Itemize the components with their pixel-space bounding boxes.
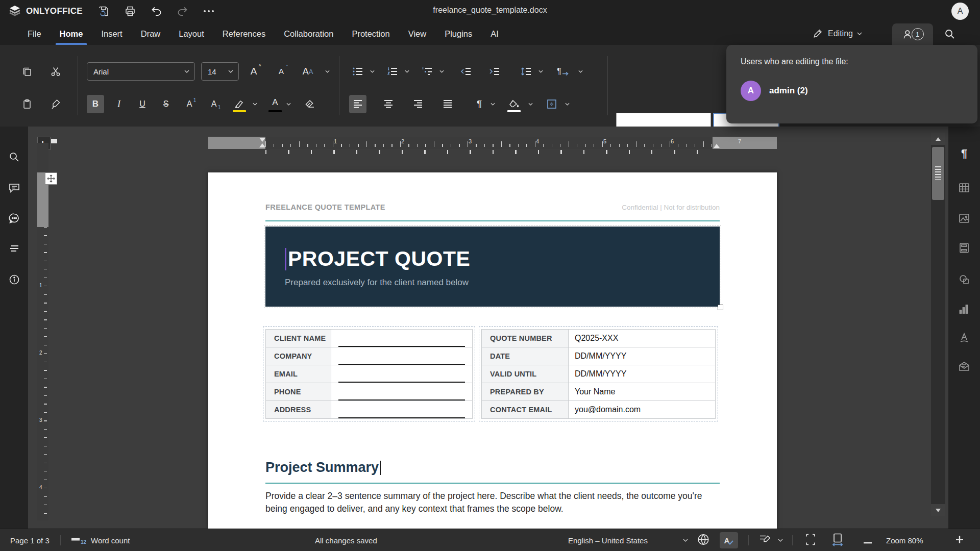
font-size-combo[interactable]: 14 [201, 62, 239, 81]
bullet-list-button[interactable] [349, 62, 366, 81]
zoom-out-button[interactable] [864, 534, 872, 547]
shading-dropdown[interactable] [527, 95, 534, 113]
row-label[interactable]: EMAIL [266, 365, 331, 383]
line-spacing-button[interactable] [518, 62, 535, 81]
shading-button[interactable] [505, 95, 523, 113]
clear-style-button[interactable] [301, 95, 318, 113]
tab-view[interactable]: View [399, 22, 435, 45]
align-center-button[interactable] [380, 95, 397, 113]
header-left-text[interactable]: FREELANCE QUOTE TEMPLATE [265, 203, 385, 211]
subscript-button[interactable]: A1 [205, 95, 223, 113]
superscript-button[interactable]: A1 [181, 95, 198, 113]
paragraph-settings-button[interactable]: ¶ [958, 147, 970, 159]
find-button[interactable] [8, 151, 20, 163]
bullet-list-dropdown[interactable] [369, 62, 376, 81]
borders-dropdown[interactable] [564, 95, 571, 113]
page-indicator[interactable]: Page 1 of 3 [10, 536, 50, 544]
about-button[interactable] [8, 273, 20, 286]
right-indent-marker[interactable] [714, 144, 720, 148]
copy-style-button[interactable] [47, 95, 64, 113]
table-row[interactable]: COMPANY [266, 347, 473, 365]
first-line-indent-marker[interactable] [259, 138, 265, 147]
header-footer-settings-button[interactable] [958, 242, 970, 254]
table-row[interactable]: QUOTE NUMBERQ2025-XXX [482, 330, 716, 347]
tab-home[interactable]: Home [51, 22, 92, 45]
document-header[interactable]: FREELANCE QUOTE TEMPLATE Confidential | … [265, 203, 720, 221]
table-row[interactable]: EMAIL [266, 365, 473, 383]
save-button[interactable] [95, 3, 112, 19]
line-spacing-dropdown[interactable] [537, 62, 544, 81]
banner-title[interactable]: PROJECT QUOTE [288, 247, 470, 271]
increase-indent-button[interactable] [486, 62, 503, 81]
highlight-color-button[interactable] [231, 95, 248, 113]
row-label[interactable]: CLIENT NAME [266, 330, 331, 347]
nonprinting-chars-dropdown[interactable] [489, 95, 496, 113]
cut-button[interactable] [47, 62, 64, 81]
table-row[interactable]: DATEDD/MM/YYYY [482, 347, 716, 365]
tab-references[interactable]: References [213, 22, 275, 45]
scroll-down-button[interactable] [931, 504, 945, 516]
bold-button[interactable]: B [87, 95, 104, 113]
fit-page-button[interactable] [805, 533, 816, 547]
tab-collaboration[interactable]: Collaboration [275, 22, 342, 45]
print-button[interactable] [121, 3, 139, 19]
strikeout-button[interactable]: S [157, 95, 175, 113]
summary-paragraph[interactable]: Provide a clear 2–3 sentence summary of … [265, 490, 720, 515]
row-value[interactable]: DD/MM/YYYY [569, 347, 716, 365]
chart-settings-button[interactable] [958, 303, 970, 315]
borders-button[interactable] [543, 95, 560, 113]
table-row[interactable]: ADDRESS [266, 401, 473, 419]
change-case-dropdown[interactable] [324, 62, 331, 81]
decrease-indent-button[interactable] [457, 62, 475, 81]
table-row[interactable]: VALID UNTILDD/MM/YYYY [482, 365, 716, 383]
italic-button[interactable]: I [110, 95, 128, 113]
zoom-in-button[interactable] [955, 535, 964, 545]
increase-font-button[interactable]: A^ [245, 62, 262, 81]
banner-subtitle[interactable]: Prepared exclusively for the client name… [285, 278, 720, 288]
account-avatar[interactable]: A [951, 3, 969, 20]
word-count-button[interactable]: 12 [71, 536, 86, 544]
row-label[interactable]: ADDRESS [266, 401, 331, 419]
align-left-button[interactable] [349, 95, 366, 113]
multilevel-list-button[interactable] [419, 62, 436, 81]
quote-details-table[interactable]: QUOTE NUMBERQ2025-XXX DATEDD/MM/YYYY VAL… [481, 329, 716, 419]
redo-button[interactable] [174, 3, 191, 19]
spell-check-button[interactable]: A [720, 532, 738, 548]
tab-protection[interactable]: Protection [342, 22, 399, 45]
table-row[interactable]: PREPARED BYYour Name [482, 383, 716, 401]
row-label[interactable]: VALID UNTIL [482, 365, 569, 383]
table-resize-handle[interactable] [718, 305, 723, 310]
tab-layout[interactable]: Layout [169, 22, 213, 45]
tab-file[interactable]: File [18, 22, 51, 45]
tab-ai[interactable]: AI [481, 22, 508, 45]
scroll-up-button[interactable] [931, 133, 945, 145]
app-logo[interactable]: ONLYOFFICE [8, 4, 83, 19]
fit-width-button[interactable] [832, 533, 843, 547]
users-button[interactable]: 1 [892, 23, 933, 45]
quote-banner[interactable]: PROJECT QUOTE Prepared exclusively for t… [265, 227, 720, 307]
table-move-handle[interactable] [45, 172, 57, 185]
paste-button[interactable] [18, 95, 36, 113]
word-count-label[interactable]: Word count [91, 536, 130, 544]
tab-insert[interactable]: Insert [92, 22, 131, 45]
more-actions-button[interactable] [200, 3, 217, 19]
font-name-combo[interactable]: Arial [87, 62, 195, 81]
document-page[interactable]: FREELANCE QUOTE TEMPLATE Confidential | … [208, 172, 777, 529]
table-row[interactable]: CLIENT NAME [266, 330, 473, 347]
table-row[interactable]: PHONE [266, 383, 473, 401]
language-selector[interactable]: English – United States [568, 536, 648, 544]
mail-merge-settings-button[interactable] [958, 360, 970, 372]
nonprinting-chars-button[interactable]: ¶ [471, 95, 488, 113]
undo-button[interactable] [148, 3, 165, 19]
tab-plugins[interactable]: Plugins [435, 22, 481, 45]
multilevel-list-dropdown[interactable] [438, 62, 445, 81]
justify-button[interactable] [439, 95, 456, 113]
tab-draw[interactable]: Draw [132, 22, 170, 45]
image-settings-button[interactable] [958, 212, 970, 224]
document-language-button[interactable] [697, 533, 710, 547]
decrease-font-button[interactable]: Aˇ [273, 62, 290, 81]
row-value[interactable]: DD/MM/YYYY [569, 365, 716, 383]
copy-button[interactable] [18, 62, 36, 81]
row-value[interactable]: Q2025-XXX [569, 330, 716, 347]
change-case-button[interactable]: AA [299, 62, 316, 81]
